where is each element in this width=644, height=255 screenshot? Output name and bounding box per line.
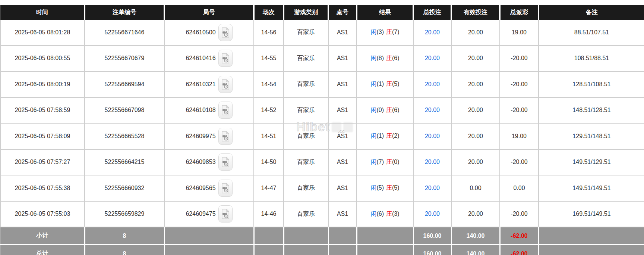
total-bet-cell: 20.00: [413, 71, 451, 97]
payout-cell: -20.00: [500, 46, 539, 72]
total-bet-link[interactable]: 20.00: [425, 29, 440, 35]
video-replay-button[interactable]: [218, 128, 233, 145]
session-cell: 14-52: [254, 97, 284, 124]
result-banker-label: 庄: [386, 29, 392, 35]
col-header-session: 场次: [254, 5, 284, 20]
total-bet-link[interactable]: 20.00: [425, 55, 440, 61]
table-row: 2025-06-05 08:00:55 522556670679 6246104…: [0, 46, 644, 72]
col-header-time: 时间: [0, 5, 85, 20]
round-no-cell: 624609565: [164, 175, 254, 201]
col-header-result: 结果: [357, 5, 413, 20]
result-banker-label: 庄: [386, 184, 392, 191]
round-no-value: 624609975: [186, 133, 215, 139]
result-cell: 闲(8)庄(6): [357, 46, 413, 72]
total-bet-link[interactable]: 20.00: [425, 81, 440, 87]
result-player-score: (7): [376, 159, 384, 165]
summary-empty-game: [284, 245, 328, 255]
total-bet-link[interactable]: 20.00: [425, 107, 440, 113]
summary-count: 8: [85, 227, 164, 245]
summary-label: 总计: [0, 245, 85, 255]
summary-empty-result: [357, 227, 413, 245]
summary-empty-remark: [539, 245, 644, 255]
session-cell: 14-46: [254, 201, 284, 227]
round-no-value: 624610500: [186, 29, 215, 35]
session-cell: 14-47: [254, 175, 284, 201]
payout-cell: 19.00: [500, 123, 539, 149]
total-bet-link[interactable]: 20.00: [425, 211, 440, 217]
summary-empty-round: [164, 245, 254, 255]
table-row: 2025-06-05 07:55:03 522556659829 6246094…: [0, 201, 644, 227]
table-summary: 小计 8 160.00 140.00 -62.00 总计 8 160.00 14…: [0, 227, 644, 255]
session-cell: 14-51: [254, 123, 284, 149]
remark-cell: 149.51/129.51: [539, 149, 644, 175]
remark-cell: 108.51/88.51: [539, 46, 644, 72]
round-no-cell: 624610108: [164, 97, 254, 124]
result-player-label: 闲: [370, 55, 376, 61]
summary-total-bet: 160.00: [413, 227, 451, 245]
video-replay-button[interactable]: [218, 102, 233, 119]
round-no-value: 624609475: [186, 211, 215, 217]
total-bet-link[interactable]: 20.00: [425, 133, 440, 139]
time-cell: 2025-06-05 08:00:19: [0, 71, 85, 97]
valid-bet-cell: 20.00: [451, 149, 500, 175]
time-cell: 2025-06-05 07:57:27: [0, 149, 85, 175]
table-no-cell: AS1: [328, 97, 357, 124]
col-header-game-type: 游戏类别: [284, 5, 328, 20]
round-no-value: 624609565: [186, 185, 215, 191]
result-banker-score: (2): [392, 133, 400, 139]
result-player-label: 闲: [370, 133, 376, 139]
summary-payout: -62.00: [500, 245, 539, 255]
result-banker-score: (5): [392, 184, 400, 191]
summary-valid-bet: 140.00: [451, 245, 500, 255]
video-replay-button[interactable]: [218, 76, 233, 93]
result-player-score: (5): [376, 184, 384, 191]
video-replay-button[interactable]: [218, 205, 233, 223]
summary-empty-table: [328, 245, 357, 255]
result-player-score: (3): [376, 29, 384, 35]
game-type-cell: 百家乐: [284, 123, 328, 149]
result-player-label: 闲: [370, 29, 376, 35]
summary-empty-remark: [539, 227, 644, 245]
table-row: 2025-06-05 08:00:19 522556669594 6246103…: [0, 71, 644, 97]
remark-cell: 88.51/107.51: [539, 20, 644, 46]
result-banker-label: 庄: [386, 107, 392, 113]
result-player-score: (8): [376, 55, 384, 61]
video-replay-button[interactable]: [218, 153, 233, 171]
total-bet-link[interactable]: 20.00: [425, 185, 440, 191]
table-row: 2025-06-05 08:01:28 522556671646 6246105…: [0, 20, 644, 46]
table-no-cell: AS1: [328, 20, 357, 46]
summary-payout: -62.00: [500, 227, 539, 245]
col-header-payout: 总派彩: [500, 5, 539, 20]
video-file-icon: [221, 156, 230, 168]
result-player-score: (0): [376, 107, 384, 113]
remark-cell: 128.51/108.51: [539, 71, 644, 97]
time-cell: 2025-06-05 07:58:59: [0, 97, 85, 124]
bet-history-page: { "columns": ["时间", "注单编号", "局号", "场次", …: [0, 0, 644, 255]
round-no-value: 624610108: [186, 107, 215, 113]
payout-cell: -20.00: [500, 149, 539, 175]
result-cell: 闲(1)庄(2): [357, 123, 413, 149]
table-no-cell: AS1: [328, 201, 357, 227]
video-file-icon: [221, 79, 230, 90]
video-replay-button[interactable]: [218, 180, 233, 197]
total-bet-cell: 20.00: [413, 123, 451, 149]
bet-no-cell: 522556671646: [85, 20, 164, 46]
result-banker-score: (6): [392, 107, 400, 113]
video-file-icon: [221, 208, 230, 220]
summary-valid-bet: 140.00: [451, 227, 500, 245]
game-type-cell: 百家乐: [284, 97, 328, 124]
session-cell: 14-56: [254, 20, 284, 46]
summary-label: 小计: [0, 227, 85, 245]
result-banker-score: (3): [392, 211, 400, 217]
summary-empty-round: [164, 227, 254, 245]
valid-bet-cell: 20.00: [451, 46, 500, 72]
result-banker-label: 庄: [386, 133, 392, 139]
valid-bet-cell: 20.00: [451, 123, 500, 149]
time-cell: 2025-06-05 07:58:09: [0, 123, 85, 149]
col-header-valid-bet: 有效投注: [451, 5, 500, 20]
total-bet-link[interactable]: 20.00: [425, 159, 440, 165]
video-replay-button[interactable]: [218, 50, 233, 67]
video-replay-button[interactable]: [218, 24, 233, 41]
valid-bet-cell: 20.00: [451, 201, 500, 227]
table-row: 2025-06-05 07:55:38 522556660932 6246095…: [0, 175, 644, 201]
